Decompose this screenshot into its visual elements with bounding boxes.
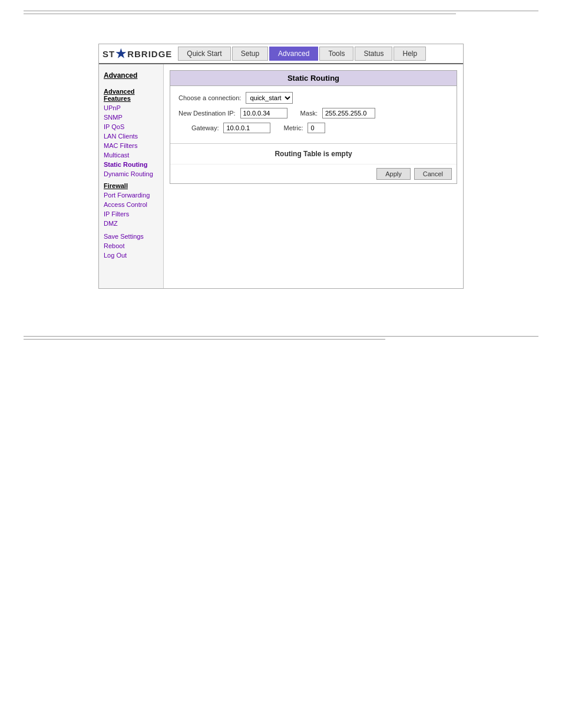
sidebar-item-multicast[interactable]: Multicast bbox=[99, 150, 163, 160]
gateway-label: Gateway: bbox=[191, 124, 219, 131]
tab-quick-start[interactable]: Quick Start bbox=[178, 47, 230, 61]
routing-form: Choose a connection: quick_start New Des… bbox=[170, 86, 457, 143]
content-area: Advanced AdvancedFeatures UPnP SNMP IP Q… bbox=[99, 64, 463, 288]
apply-button[interactable]: Apply bbox=[376, 168, 411, 180]
logo-suffix: RBRIDGE bbox=[127, 49, 172, 59]
main-panel: Static Routing Choose a connection: quic… bbox=[164, 64, 463, 288]
metric-input[interactable] bbox=[308, 123, 325, 133]
sidebar-item-log-out[interactable]: Log Out bbox=[99, 251, 163, 260]
sidebar-item-dmz[interactable]: DMZ bbox=[99, 219, 163, 228]
bottom-line-1 bbox=[24, 336, 538, 337]
gateway-input[interactable] bbox=[223, 123, 270, 133]
top-line-2 bbox=[24, 14, 456, 14]
metric-label: Metric: bbox=[283, 124, 303, 131]
connection-select[interactable]: quick_start bbox=[246, 92, 293, 104]
sidebar-item-access-control[interactable]: Access Control bbox=[99, 200, 163, 209]
sidebar: Advanced AdvancedFeatures UPnP SNMP IP Q… bbox=[99, 64, 164, 288]
routing-table-empty: Routing Table is empty bbox=[170, 143, 457, 164]
sidebar-item-reboot[interactable]: Reboot bbox=[99, 241, 163, 251]
tab-status[interactable]: Status bbox=[355, 47, 392, 61]
sidebar-item-ip-filters[interactable]: IP Filters bbox=[99, 209, 163, 219]
sidebar-item-snmp[interactable]: SNMP bbox=[99, 113, 163, 122]
tab-advanced[interactable]: Advanced bbox=[269, 47, 318, 61]
logo-star-icon: ★ bbox=[115, 47, 127, 61]
gateway-row: Gateway: Metric: bbox=[178, 123, 448, 133]
nav-tabs: Quick Start Setup Advanced Tools Status … bbox=[178, 47, 459, 61]
dest-ip-label: New Destination IP: bbox=[178, 110, 236, 117]
static-routing-box: Static Routing Choose a connection: quic… bbox=[170, 70, 457, 184]
sidebar-item-lan-clients[interactable]: LAN Clients bbox=[99, 131, 163, 141]
router-container: ST★RBRIDGE Quick Start Setup Advanced To… bbox=[98, 44, 464, 289]
tab-tools[interactable]: Tools bbox=[319, 47, 353, 61]
logo-prefix: ST bbox=[103, 49, 115, 59]
sidebar-main-title: Advanced bbox=[99, 69, 163, 81]
routing-buttons: Apply Cancel bbox=[170, 164, 457, 183]
nav-bar: ST★RBRIDGE Quick Start Setup Advanced To… bbox=[99, 44, 463, 64]
logo-text: ST★RBRIDGE bbox=[103, 47, 172, 61]
static-routing-title: Static Routing bbox=[170, 71, 457, 86]
sidebar-subsection-firewall: Firewall bbox=[99, 179, 163, 190]
tab-help[interactable]: Help bbox=[394, 47, 426, 61]
sidebar-item-upnp[interactable]: UPnP bbox=[99, 103, 163, 113]
sidebar-item-ip-qos[interactable]: IP QoS bbox=[99, 122, 163, 131]
dest-ip-row: New Destination IP: Mask: bbox=[178, 108, 448, 118]
tab-setup[interactable]: Setup bbox=[232, 47, 268, 61]
sidebar-item-mac-filters[interactable]: MAC Filters bbox=[99, 141, 163, 150]
sidebar-item-static-routing[interactable]: Static Routing bbox=[99, 160, 163, 169]
dest-ip-input[interactable] bbox=[240, 108, 287, 118]
sidebar-item-save-settings[interactable]: Save Settings bbox=[99, 232, 163, 241]
bottom-lines bbox=[0, 336, 562, 340]
sidebar-item-dynamic-routing[interactable]: Dynamic Routing bbox=[99, 169, 163, 179]
logo-area: ST★RBRIDGE bbox=[103, 47, 172, 61]
cancel-button[interactable]: Cancel bbox=[414, 168, 452, 180]
sidebar-item-port-forwarding[interactable]: Port Forwarding bbox=[99, 190, 163, 200]
top-line-1 bbox=[24, 11, 538, 11]
bottom-line-2 bbox=[24, 339, 385, 340]
sidebar-subsection-advanced: AdvancedFeatures bbox=[99, 84, 163, 103]
mask-label: Mask: bbox=[300, 110, 318, 117]
mask-input[interactable] bbox=[322, 108, 375, 118]
connection-row: Choose a connection: quick_start bbox=[178, 92, 448, 104]
connection-label: Choose a connection: bbox=[178, 94, 241, 101]
